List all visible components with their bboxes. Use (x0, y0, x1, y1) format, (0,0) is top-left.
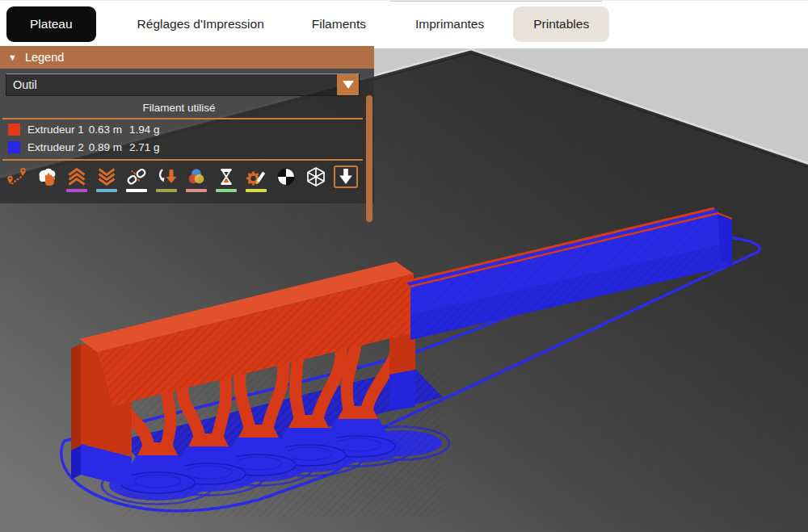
tab-reglages-impression[interactable]: Réglages d'Impression (137, 6, 264, 42)
extruder-row-2: Extrudeur 2 0.89 m 2.71 g (8, 139, 374, 155)
filament-used-header: Filament utilisé (0, 102, 374, 114)
seams-underline (126, 189, 147, 192)
pause-prints-underline (216, 189, 237, 192)
legend-panel: ▼ Legend Outil Filament utilisé Extrudeu… (0, 46, 374, 203)
tab-filaments[interactable]: Filaments (312, 6, 366, 42)
retractions-underline (66, 189, 87, 192)
tool-changes-underline (156, 189, 177, 192)
legend-toolbar (0, 161, 374, 192)
dropdown-arrow-button[interactable] (337, 74, 359, 95)
color-changes-icon[interactable] (185, 166, 208, 192)
gcode-viewer-window: Plateau Réglages d'Impression Filaments … (0, 0, 808, 532)
extruder2-name: Extrudeur 2 (27, 141, 84, 153)
deretractions-underline (96, 189, 117, 192)
view-mode-dropdown[interactable]: Outil (6, 73, 360, 96)
shells-icon[interactable] (305, 166, 327, 187)
extruder1-length: 0.63 m (89, 124, 122, 136)
wipe-icon[interactable] (36, 166, 58, 187)
pause-prints-icon[interactable] (215, 166, 238, 192)
extruder1-color-swatch (8, 124, 20, 136)
seams-icon[interactable] (125, 166, 148, 192)
separator-line (2, 118, 363, 119)
center-of-gravity-icon[interactable] (275, 166, 297, 187)
window-top-border-segment (390, 1, 602, 2)
color-changes-underline (186, 189, 207, 192)
main-tab-bar: Plateau Réglages d'Impression Filaments … (0, 0, 808, 48)
tab-plateau[interactable]: Plateau (6, 6, 96, 42)
legend-title: Legend (25, 51, 64, 64)
chevron-down-icon (343, 81, 354, 89)
deretractions-icon[interactable] (95, 166, 118, 192)
custom-gcodes-underline (246, 189, 267, 192)
custom-gcodes-icon[interactable] (245, 166, 267, 192)
tool-marker-icon[interactable] (335, 166, 357, 187)
legend-scrollbar[interactable] (366, 95, 372, 222)
travel-paths-icon[interactable] (6, 166, 28, 187)
tab-printables[interactable]: Printables (513, 6, 609, 42)
legend-body: Outil Filament utilisé Extrudeur 1 0.63 … (0, 69, 374, 203)
view-mode-value: Outil (6, 78, 37, 91)
extruder1-weight: 1.94 g (129, 124, 160, 136)
legend-header[interactable]: ▼ Legend (0, 46, 374, 69)
collapse-triangle-icon: ▼ (8, 52, 17, 62)
retractions-icon[interactable] (65, 166, 88, 192)
extruder2-color-swatch (8, 141, 20, 153)
extruder2-length: 0.89 m (89, 141, 122, 153)
extruder-row-1: Extrudeur 1 0.63 m 1.94 g (8, 121, 374, 137)
tab-imprimantes[interactable]: Imprimantes (415, 6, 484, 42)
tool-changes-icon[interactable] (155, 166, 178, 192)
extruder2-weight: 2.71 g (129, 141, 160, 153)
extruder1-name: Extrudeur 1 (27, 124, 84, 136)
